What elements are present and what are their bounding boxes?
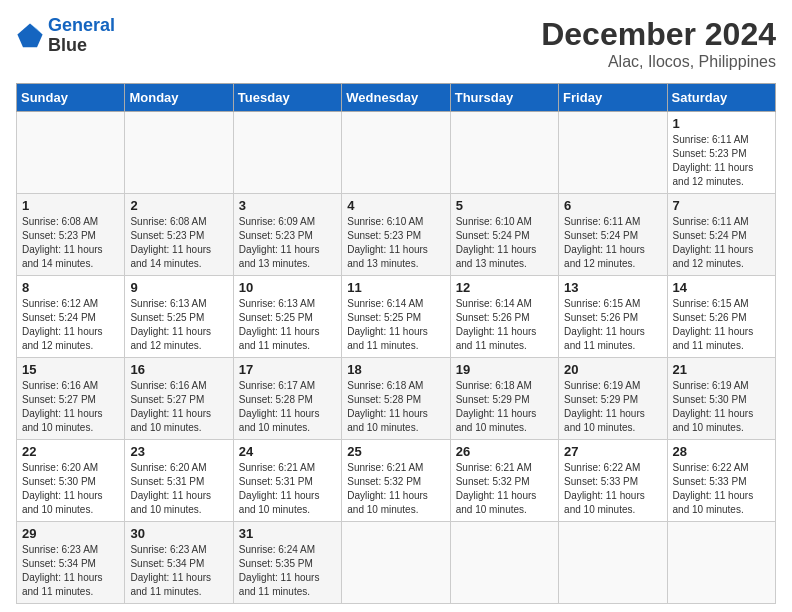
table-row: 16 Sunrise: 6:16 AMSunset: 5:27 PMDaylig… [125,358,233,440]
day-info: Sunrise: 6:15 AMSunset: 5:26 PMDaylight:… [564,297,661,353]
svg-marker-0 [17,23,42,47]
table-row: 26 Sunrise: 6:21 AMSunset: 5:32 PMDaylig… [450,440,558,522]
day-number: 7 [673,198,770,213]
month-title: December 2024 [541,16,776,53]
day-number: 19 [456,362,553,377]
table-row: 31 Sunrise: 6:24 AMSunset: 5:35 PMDaylig… [233,522,341,604]
day-number: 22 [22,444,119,459]
day-info: Sunrise: 6:23 AMSunset: 5:34 PMDaylight:… [22,543,119,599]
table-row: 20 Sunrise: 6:19 AMSunset: 5:29 PMDaylig… [559,358,667,440]
table-row: 22 Sunrise: 6:20 AMSunset: 5:30 PMDaylig… [17,440,125,522]
col-saturday: Saturday [667,84,775,112]
table-row: 15 Sunrise: 6:16 AMSunset: 5:27 PMDaylig… [17,358,125,440]
table-row: 23 Sunrise: 6:20 AMSunset: 5:31 PMDaylig… [125,440,233,522]
day-number: 25 [347,444,444,459]
day-info: Sunrise: 6:24 AMSunset: 5:35 PMDaylight:… [239,543,336,599]
day-number: 28 [673,444,770,459]
col-tuesday: Tuesday [233,84,341,112]
day-number: 12 [456,280,553,295]
page-header: General Blue December 2024 Alac, Ilocos,… [16,16,776,71]
table-row [450,112,558,194]
day-info: Sunrise: 6:10 AMSunset: 5:24 PMDaylight:… [456,215,553,271]
day-number: 13 [564,280,661,295]
calendar-week-row: 1 Sunrise: 6:11 AMSunset: 5:23 PMDayligh… [17,112,776,194]
day-info: Sunrise: 6:09 AMSunset: 5:23 PMDaylight:… [239,215,336,271]
day-number: 2 [130,198,227,213]
day-number: 8 [22,280,119,295]
day-number: 16 [130,362,227,377]
day-number: 29 [22,526,119,541]
logo-text: General Blue [48,16,115,56]
day-info: Sunrise: 6:12 AMSunset: 5:24 PMDaylight:… [22,297,119,353]
table-row: 6 Sunrise: 6:11 AMSunset: 5:24 PMDayligh… [559,194,667,276]
logo-icon [16,22,44,50]
day-info: Sunrise: 6:22 AMSunset: 5:33 PMDaylight:… [673,461,770,517]
logo-line2: Blue [48,36,115,56]
location-title: Alac, Ilocos, Philippines [541,53,776,71]
table-row: 17 Sunrise: 6:17 AMSunset: 5:28 PMDaylig… [233,358,341,440]
table-row: 3 Sunrise: 6:09 AMSunset: 5:23 PMDayligh… [233,194,341,276]
day-info: Sunrise: 6:10 AMSunset: 5:23 PMDaylight:… [347,215,444,271]
day-number: 9 [130,280,227,295]
table-row [125,112,233,194]
table-row: 14 Sunrise: 6:15 AMSunset: 5:26 PMDaylig… [667,276,775,358]
table-row [17,112,125,194]
table-row: 4 Sunrise: 6:10 AMSunset: 5:23 PMDayligh… [342,194,450,276]
calendar-week-row: 8 Sunrise: 6:12 AMSunset: 5:24 PMDayligh… [17,276,776,358]
table-row: 5 Sunrise: 6:10 AMSunset: 5:24 PMDayligh… [450,194,558,276]
day-number: 10 [239,280,336,295]
table-row: 12 Sunrise: 6:14 AMSunset: 5:26 PMDaylig… [450,276,558,358]
table-row: 18 Sunrise: 6:18 AMSunset: 5:28 PMDaylig… [342,358,450,440]
table-row: 21 Sunrise: 6:19 AMSunset: 5:30 PMDaylig… [667,358,775,440]
table-row: 1 Sunrise: 6:11 AMSunset: 5:23 PMDayligh… [667,112,775,194]
day-info: Sunrise: 6:16 AMSunset: 5:27 PMDaylight:… [22,379,119,435]
table-row: 25 Sunrise: 6:21 AMSunset: 5:32 PMDaylig… [342,440,450,522]
day-info: Sunrise: 6:18 AMSunset: 5:28 PMDaylight:… [347,379,444,435]
day-number: 1 [22,198,119,213]
day-info: Sunrise: 6:14 AMSunset: 5:26 PMDaylight:… [456,297,553,353]
table-row: 2 Sunrise: 6:08 AMSunset: 5:23 PMDayligh… [125,194,233,276]
logo-line1: General [48,15,115,35]
col-monday: Monday [125,84,233,112]
day-info: Sunrise: 6:08 AMSunset: 5:23 PMDaylight:… [130,215,227,271]
table-row: 9 Sunrise: 6:13 AMSunset: 5:25 PMDayligh… [125,276,233,358]
calendar-week-row: 22 Sunrise: 6:20 AMSunset: 5:30 PMDaylig… [17,440,776,522]
day-info: Sunrise: 6:23 AMSunset: 5:34 PMDaylight:… [130,543,227,599]
table-row [559,112,667,194]
table-row [233,112,341,194]
day-number: 20 [564,362,661,377]
table-row: 30 Sunrise: 6:23 AMSunset: 5:34 PMDaylig… [125,522,233,604]
day-number: 14 [673,280,770,295]
day-number: 18 [347,362,444,377]
day-number: 30 [130,526,227,541]
col-wednesday: Wednesday [342,84,450,112]
day-info: Sunrise: 6:21 AMSunset: 5:32 PMDaylight:… [347,461,444,517]
table-row: 10 Sunrise: 6:13 AMSunset: 5:25 PMDaylig… [233,276,341,358]
day-info: Sunrise: 6:11 AMSunset: 5:23 PMDaylight:… [673,133,770,189]
table-row: 11 Sunrise: 6:14 AMSunset: 5:25 PMDaylig… [342,276,450,358]
calendar-header-row: Sunday Monday Tuesday Wednesday Thursday… [17,84,776,112]
day-info: Sunrise: 6:19 AMSunset: 5:29 PMDaylight:… [564,379,661,435]
day-number: 17 [239,362,336,377]
table-row: 1 Sunrise: 6:08 AMSunset: 5:23 PMDayligh… [17,194,125,276]
calendar-week-row: 29 Sunrise: 6:23 AMSunset: 5:34 PMDaylig… [17,522,776,604]
day-number: 4 [347,198,444,213]
day-info: Sunrise: 6:11 AMSunset: 5:24 PMDaylight:… [564,215,661,271]
day-number: 27 [564,444,661,459]
day-number: 11 [347,280,444,295]
table-row: 8 Sunrise: 6:12 AMSunset: 5:24 PMDayligh… [17,276,125,358]
col-friday: Friday [559,84,667,112]
day-number: 1 [673,116,770,131]
table-row: 19 Sunrise: 6:18 AMSunset: 5:29 PMDaylig… [450,358,558,440]
day-info: Sunrise: 6:13 AMSunset: 5:25 PMDaylight:… [239,297,336,353]
table-row: 24 Sunrise: 6:21 AMSunset: 5:31 PMDaylig… [233,440,341,522]
day-number: 31 [239,526,336,541]
day-info: Sunrise: 6:13 AMSunset: 5:25 PMDaylight:… [130,297,227,353]
calendar-week-row: 15 Sunrise: 6:16 AMSunset: 5:27 PMDaylig… [17,358,776,440]
title-block: December 2024 Alac, Ilocos, Philippines [541,16,776,71]
table-row [559,522,667,604]
day-info: Sunrise: 6:20 AMSunset: 5:31 PMDaylight:… [130,461,227,517]
col-thursday: Thursday [450,84,558,112]
table-row: 29 Sunrise: 6:23 AMSunset: 5:34 PMDaylig… [17,522,125,604]
day-number: 21 [673,362,770,377]
